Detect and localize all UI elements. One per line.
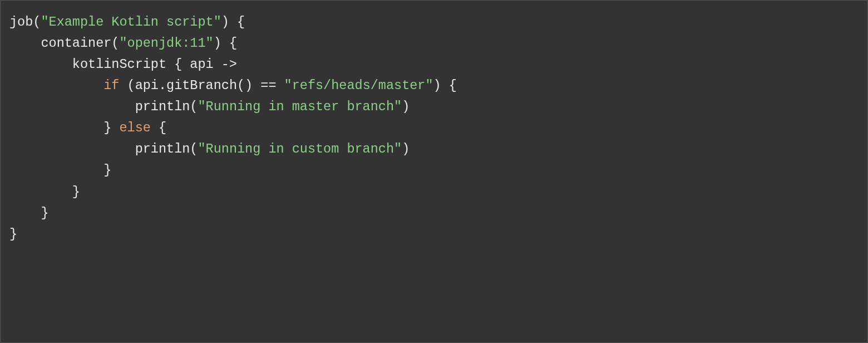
- indent: [9, 36, 41, 51]
- code-line-11: }: [9, 227, 17, 242]
- println-call: println(: [135, 141, 198, 156]
- indent: [9, 205, 41, 220]
- code-line-2: container("openjdk:11") {: [9, 36, 237, 51]
- indent: [9, 163, 103, 178]
- code-line-4: if (api.gitBranch() == "refs/heads/maste…: [9, 78, 457, 93]
- indent: [9, 184, 72, 199]
- string-literal: "openjdk:11": [119, 36, 213, 51]
- close-brace: }: [72, 184, 80, 199]
- indent: [9, 78, 103, 93]
- paren-close: ): [402, 141, 410, 156]
- paren-close-brace: ) {: [221, 14, 245, 30]
- indent: [9, 57, 72, 72]
- println-call: println(: [135, 99, 198, 114]
- code-line-10: }: [9, 205, 49, 220]
- paren-close-brace: ) {: [214, 36, 237, 51]
- close-brace: }: [103, 163, 111, 178]
- code-line-1: job("Example Kotlin script") {: [9, 14, 245, 30]
- string-literal: "Example Kotlin script": [41, 14, 221, 30]
- code-block: job("Example Kotlin script") { container…: [9, 12, 859, 245]
- job-call: job: [9, 14, 33, 30]
- kotlin-script-text: kotlinScript { api ->: [72, 57, 237, 72]
- code-line-3: kotlinScript { api ->: [9, 57, 237, 72]
- paren-open: (: [33, 14, 41, 30]
- code-line-6: } else {: [9, 120, 166, 135]
- paren-close-brace: ) {: [433, 78, 457, 93]
- code-line-5: println("Running in master branch"): [9, 99, 410, 114]
- container-call: container(: [41, 36, 119, 51]
- code-line-8: }: [9, 163, 111, 178]
- else-keyword: else: [119, 120, 150, 135]
- close-brace: }: [9, 227, 17, 242]
- string-literal: "Running in custom branch": [198, 141, 402, 156]
- string-literal: "refs/heads/master": [284, 78, 433, 93]
- indent: [9, 99, 135, 114]
- string-literal: "Running in master branch": [198, 99, 402, 114]
- if-keyword: if: [103, 78, 119, 93]
- close-brace: }: [103, 120, 119, 135]
- indent: [9, 120, 103, 135]
- close-brace: }: [41, 205, 48, 220]
- code-line-7: println("Running in custom branch"): [9, 141, 410, 156]
- code-line-9: }: [9, 184, 80, 199]
- indent: [9, 141, 135, 156]
- open-brace: {: [151, 120, 166, 135]
- paren-close: ): [402, 99, 410, 114]
- condition-text: (api.gitBranch() ==: [119, 78, 284, 93]
